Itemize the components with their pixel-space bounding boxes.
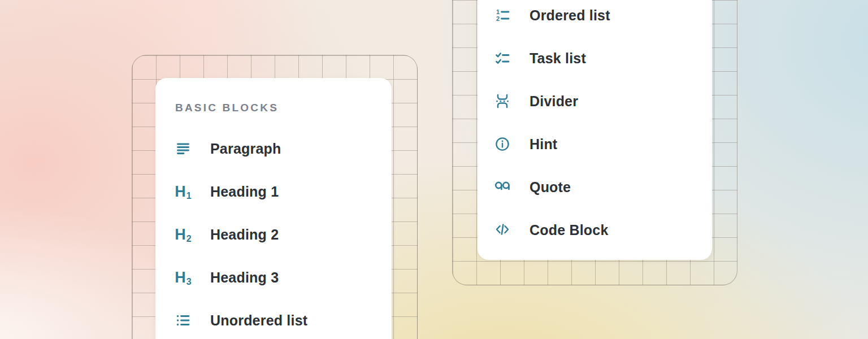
menu-item-label: Quote — [530, 179, 571, 195]
menu-item-divider[interactable]: Divider — [494, 80, 712, 123]
menu-item-label: Heading 2 — [210, 227, 279, 243]
code-block-icon — [494, 222, 510, 238]
task-list-icon — [494, 50, 510, 66]
menu-item-label: Ordered list — [530, 7, 610, 24]
menu-item-label: Unordered list — [210, 312, 307, 329]
menu-item-list: 1 2 Ordered list Task list — [494, 0, 712, 251]
heading-3-icon: H3 — [175, 270, 191, 285]
menu-item-label: Hint — [530, 136, 557, 153]
unordered-list-icon — [175, 312, 191, 328]
menu-item-heading-3[interactable]: H3 Heading 3 — [175, 256, 392, 299]
menu-item-hint[interactable]: Hint — [494, 123, 712, 166]
menu-item-label: Heading 1 — [210, 184, 279, 200]
menu-item-quote[interactable]: Quote — [494, 166, 712, 208]
menu-item-label: Heading 3 — [210, 270, 279, 286]
menu-item-heading-2[interactable]: H2 Heading 2 — [175, 213, 392, 256]
basic-blocks-menu: BASIC BLOCKS Paragraph H1 Heading 1 H2 — [155, 78, 392, 339]
ordered-list-icon: 1 2 — [494, 7, 510, 23]
svg-text:2: 2 — [496, 15, 500, 22]
svg-text:1: 1 — [496, 8, 500, 15]
menu-item-code-block[interactable]: Code Block — [494, 208, 712, 251]
blocks-menu-continued: 1 2 Ordered list Task list — [478, 0, 712, 260]
heading-2-icon: H2 — [175, 227, 191, 242]
paragraph-icon — [175, 141, 191, 157]
section-label: BASIC BLOCKS — [175, 102, 392, 114]
menu-item-label: Task list — [530, 50, 586, 67]
menu-item-label: Paragraph — [210, 141, 281, 157]
quote-icon — [494, 179, 510, 195]
menu-item-ordered-list[interactable]: 1 2 Ordered list — [494, 0, 712, 37]
menu-item-task-list[interactable]: Task list — [494, 37, 712, 80]
menu-item-list: Paragraph H1 Heading 1 H2 Heading 2 H3 H… — [175, 127, 392, 339]
heading-1-icon: H1 — [175, 184, 191, 199]
menu-item-heading-1[interactable]: H1 Heading 1 — [175, 170, 392, 213]
menu-item-label: Divider — [530, 93, 578, 110]
menu-item-paragraph[interactable]: Paragraph — [175, 127, 392, 170]
hint-icon — [494, 136, 510, 152]
gradient-background: BASIC BLOCKS Paragraph H1 Heading 1 H2 — [0, 0, 868, 339]
menu-item-unordered-list[interactable]: Unordered list — [175, 299, 392, 339]
divider-icon — [494, 93, 510, 109]
menu-item-label: Code Block — [530, 222, 609, 238]
